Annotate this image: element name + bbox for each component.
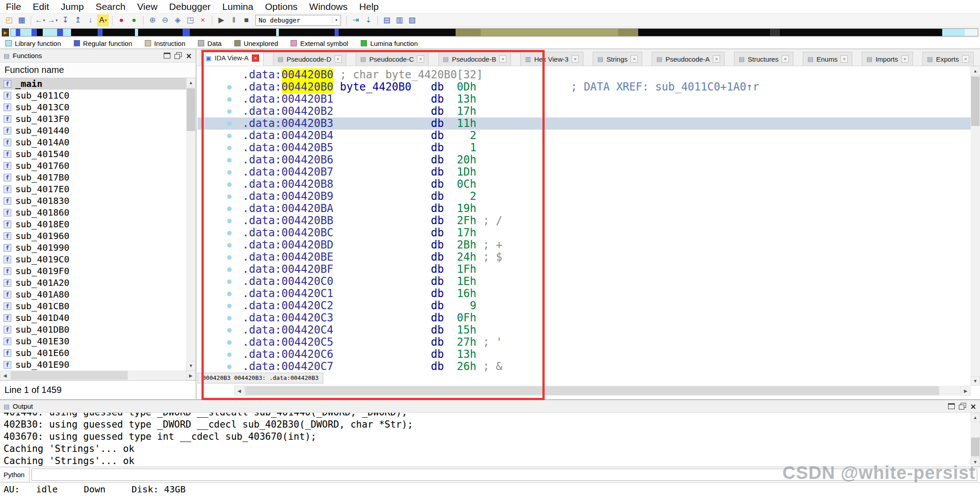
close-icon[interactable]: ×	[572, 55, 579, 63]
menu-windows[interactable]: Windows	[304, 1, 354, 12]
function-list-item[interactable]: fsub_4011C0	[0, 90, 187, 101]
close-icon[interactable]: ×	[970, 403, 976, 410]
function-list-item[interactable]: fsub_4019C0	[0, 253, 187, 265]
breakpoint-remove-icon[interactable]: ⊖	[159, 14, 171, 26]
function-list-item[interactable]: fsub_401DB0	[0, 324, 187, 335]
abort-icon[interactable]: ●	[116, 14, 127, 26]
navigate-back-icon[interactable]: ←▾	[34, 14, 46, 26]
function-list-item[interactable]: fsub_401D40	[0, 312, 187, 324]
tab-pseudocode-b[interactable]: ▤Pseudocode-B×	[439, 52, 511, 66]
nav-marker-icon[interactable]: ▶	[2, 28, 9, 36]
tab-structures[interactable]: ▤Structures×	[734, 52, 793, 66]
disasm-line[interactable]: .data:004420B0 byte_4420B0 db 0Dh; DATA …	[197, 81, 971, 93]
function-list-item[interactable]: fsub_4017B0	[0, 171, 187, 183]
scroll-left-icon[interactable]: ◀	[234, 386, 244, 396]
function-list-item[interactable]: fsub_401990	[0, 242, 187, 253]
function-list-item[interactable]: fsub_4013C0	[0, 101, 187, 113]
jump-down-icon[interactable]: ↓	[85, 14, 96, 26]
function-list-item[interactable]: fsub_401A20	[0, 277, 187, 289]
output-content[interactable]: 401440: using guessed type _DWORD __stdc…	[0, 413, 971, 467]
tab-pseudocode-c[interactable]: ▤Pseudocode-C×	[356, 52, 429, 66]
navigate-forward-icon[interactable]: →▾	[47, 14, 58, 26]
output-vertical-scrollbar[interactable]: ▲ ▼	[971, 413, 980, 467]
tab-imports[interactable]: ▤Imports×	[862, 52, 913, 66]
function-list-item[interactable]: fsub_401CB0	[0, 300, 187, 312]
close-icon[interactable]: ×	[782, 55, 789, 63]
disasm-line[interactable]: .data:004420BB db 2Fh ; /	[197, 215, 971, 227]
close-icon[interactable]: ×	[252, 54, 259, 62]
step-over-icon[interactable]: ⇥	[350, 14, 362, 26]
step-into-icon[interactable]: ⇣	[362, 14, 374, 26]
scroll-left-icon[interactable]: ◀	[0, 370, 10, 380]
tab-pseudocode-a[interactable]: ▤Pseudocode-A×	[652, 52, 725, 66]
disasm-line[interactable]: .data:004420C2 db 9	[197, 300, 971, 312]
cancel-icon[interactable]: ×	[197, 14, 209, 26]
tab-enums[interactable]: ▤Enums×	[803, 52, 852, 66]
scroll-up-icon[interactable]: ▲	[186, 78, 196, 87]
close-icon[interactable]: ×	[713, 55, 720, 63]
highlight-color-icon[interactable]: A▾	[97, 14, 109, 26]
menu-options[interactable]: Options	[259, 1, 303, 12]
jump-to-address-icon[interactable]: ↧	[59, 14, 71, 26]
function-list-item[interactable]: fsub_401960	[0, 230, 187, 242]
menu-file[interactable]: File	[0, 1, 27, 12]
scrollbar-thumb[interactable]	[187, 88, 195, 131]
disasm-line[interactable]: .data:004420C3 db 0Fh	[197, 312, 971, 324]
function-list-item[interactable]: f_main	[0, 78, 187, 90]
disasm-line[interactable]: .data:004420BF db 1Fh	[197, 263, 971, 275]
function-list-item[interactable]: fsub_401540	[0, 148, 187, 160]
close-icon[interactable]: ×	[335, 55, 342, 63]
flag-icon[interactable]: ◳	[184, 14, 196, 26]
menu-search[interactable]: Search	[89, 1, 131, 12]
function-list-item[interactable]: fsub_401E60	[0, 347, 187, 359]
disasm-line[interactable]: .data:004420C6 db 13h	[197, 348, 971, 361]
output-titlebar[interactable]: ▤ Output ×	[0, 400, 980, 413]
maximize-icon[interactable]	[948, 403, 955, 409]
float-window-icon[interactable]	[175, 54, 180, 59]
scroll-down-icon[interactable]: ▼	[186, 361, 196, 370]
float-window-icon[interactable]	[959, 405, 964, 410]
menu-jump[interactable]: Jump	[55, 1, 89, 12]
disasm-vertical-scrollbar[interactable]: ▲ ▼	[971, 66, 980, 386]
function-list-item[interactable]: fsub_4014A0	[0, 136, 187, 148]
disasm-line[interactable]: .data:004420B4 db 2	[197, 130, 971, 142]
open-file-icon[interactable]: ◰	[3, 14, 15, 26]
menu-edit[interactable]: Edit	[27, 1, 55, 12]
close-icon[interactable]: ×	[417, 55, 424, 63]
jump-to-name-icon[interactable]: ↥	[72, 14, 84, 26]
function-list-item[interactable]: fsub_401760	[0, 160, 187, 171]
disasm-line[interactable]: .data:004420B2 db 17h	[197, 105, 971, 117]
save-file-icon[interactable]: ▦	[16, 14, 27, 26]
function-list-item[interactable]: fsub_401830	[0, 195, 187, 207]
scroll-up-icon[interactable]: ▲	[971, 413, 980, 422]
function-list-item[interactable]: fsub_401E30	[0, 335, 187, 347]
tab-pseudocode-d[interactable]: ▤Pseudocode-D×	[273, 52, 346, 66]
function-list-item[interactable]: fsub_401E90	[0, 359, 187, 370]
function-list-item[interactable]: fsub_401440	[0, 125, 187, 136]
function-list-item[interactable]: fsub_401860	[0, 207, 187, 218]
close-icon[interactable]: ×	[841, 55, 848, 63]
scrollbar-thumb[interactable]	[245, 386, 939, 395]
open-hex-icon[interactable]: ▥	[394, 14, 405, 26]
disasm-line[interactable]: .data:004420B5 db 1	[197, 142, 971, 154]
scrollbar-thumb[interactable]	[971, 77, 980, 126]
debugger-stop-icon[interactable]: ■	[241, 14, 252, 26]
lumina-icon[interactable]: ●	[128, 14, 140, 26]
disasm-line[interactable]: .data:004420C5 db 27h ; '	[197, 336, 971, 348]
close-icon[interactable]: ×	[962, 55, 969, 63]
disasm-horizontal-scrollbar[interactable]: ◀ ▶	[234, 386, 971, 396]
disasm-line[interactable]: .data:004420C1 db 16h	[197, 288, 971, 300]
functions-vertical-scrollbar[interactable]: ▲ ▼	[186, 78, 196, 370]
scroll-up-icon[interactable]: ▲	[971, 66, 980, 76]
menu-debugger[interactable]: Debugger	[163, 1, 216, 12]
disasm-line[interactable]: .data:004420C4 db 15h	[197, 324, 971, 336]
debugger-run-icon[interactable]: ▶	[215, 14, 227, 26]
disasm-line[interactable]: .data:004420BA db 19h	[197, 203, 971, 215]
tab-strings[interactable]: ▤Strings×	[593, 52, 642, 66]
scroll-down-icon[interactable]: ▼	[971, 376, 980, 386]
menu-help[interactable]: Help	[354, 1, 385, 12]
menu-view[interactable]: View	[131, 1, 163, 12]
open-view-icon[interactable]: ▤	[381, 14, 393, 26]
disasm-line[interactable]: .data:004420BC db 17h	[197, 227, 971, 239]
close-icon[interactable]: ×	[499, 55, 506, 63]
